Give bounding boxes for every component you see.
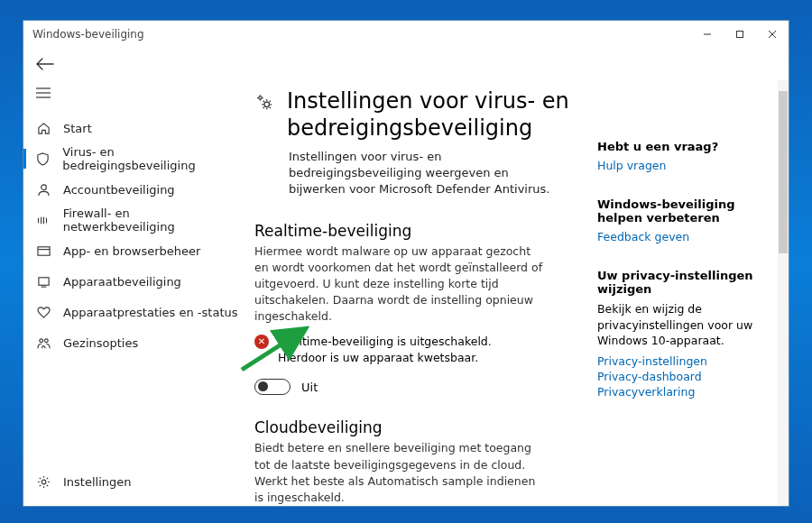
maximize-button[interactable]: [724, 21, 756, 48]
wifi-icon: [36, 214, 51, 227]
realtime-toggle-label: Uit: [301, 381, 318, 394]
heart-icon: [36, 306, 51, 319]
back-button[interactable]: [36, 58, 54, 70]
page-title: Instellingen voor virus- en bedreigingsb…: [287, 87, 581, 142]
sidebar-item-virus[interactable]: Virus- en bedreigingsbeveiliging: [23, 143, 254, 174]
window-title: Windows-beveiliging: [32, 28, 144, 41]
back-row: [23, 48, 789, 80]
sidebar-item-account[interactable]: Accountbeveiliging: [23, 174, 254, 205]
sidebar-item-label: Apparaatbeveiliging: [63, 275, 181, 289]
sidebar-item-firewall[interactable]: Firewall- en netwerkbeveiliging: [23, 205, 254, 235]
svg-point-15: [264, 102, 270, 107]
sidebar-item-family[interactable]: Gezinsopties: [23, 327, 254, 358]
page-title-icon: [254, 93, 274, 113]
sidebar-item-label: Instellingen: [63, 475, 132, 489]
page-description: Instellingen voor virus- en bedreigingsb…: [289, 149, 559, 198]
sidebar-item-label: Firewall- en netwerkbeveiliging: [63, 206, 242, 234]
sidebar-item-performance[interactable]: Apparaatprestaties en -status: [23, 297, 254, 327]
sidebar: Start Virus- en bedreigingsbeveiliging A…: [23, 80, 254, 506]
feedback-link[interactable]: Feedback geven: [597, 230, 767, 243]
sidebar-item-label: Accountbeveiliging: [63, 183, 175, 197]
aside-privacy-heading: Uw privacy-instellingen wijzigen: [597, 269, 767, 296]
sidebar-item-label: Gezinsopties: [63, 336, 138, 350]
sidebar-item-label: Virus- en bedreigingsbeveiliging: [62, 145, 242, 172]
svg-rect-10: [38, 277, 48, 284]
sidebar-item-app-browser[interactable]: App- en browserbeheer: [23, 235, 254, 266]
aside-question-heading: Hebt u een vraag?: [597, 140, 767, 153]
svg-point-14: [42, 480, 46, 484]
family-icon: [36, 336, 51, 350]
cloud-heading: Cloudbeveiliging: [254, 418, 543, 436]
gear-icon: [36, 475, 51, 489]
browser-icon: [36, 244, 51, 258]
svg-point-13: [44, 338, 48, 342]
title-bar: Windows-beveiliging: [23, 21, 789, 48]
scrollbar[interactable]: [778, 80, 789, 506]
close-button[interactable]: [756, 21, 789, 48]
realtime-toggle[interactable]: [254, 379, 291, 395]
help-link[interactable]: Hulp vragen: [597, 159, 767, 172]
device-icon: [36, 275, 51, 289]
privacy-statement-link[interactable]: Privacyverklaring: [597, 385, 767, 399]
aside-privacy-desc: Bekijk en wijzig de privacyinstellingen …: [597, 301, 767, 349]
sidebar-item-label: Start: [63, 122, 92, 135]
minimize-button[interactable]: [691, 21, 724, 48]
shield-icon: [36, 152, 50, 166]
aside-panel: Hebt u een vraag? Hulp vragen Windows-be…: [597, 80, 778, 506]
realtime-warning-text: Realtime-beveiliging is uitgeschakeld. H…: [278, 334, 543, 366]
cloud-section: Cloudbeveiliging Biedt betere en sneller…: [254, 418, 543, 506]
main-content: Instellingen voor virus- en bedreigingsb…: [254, 80, 597, 506]
person-icon: [36, 183, 51, 197]
realtime-warning: ✕ Realtime-beveiliging is uitgeschakeld.…: [254, 334, 543, 366]
sidebar-item-label: App- en browserbeheer: [63, 244, 200, 258]
cloud-description: Biedt betere en snellere beveiliging met…: [254, 440, 543, 506]
svg-point-12: [39, 338, 42, 342]
sidebar-item-settings[interactable]: Instellingen: [23, 466, 254, 497]
home-icon: [36, 122, 51, 135]
svg-point-7: [41, 184, 46, 189]
svg-point-16: [259, 96, 262, 99]
realtime-description: Hiermee wordt malware op uw apparaat gez…: [254, 243, 543, 326]
hamburger-button[interactable]: [23, 80, 254, 107]
svg-rect-8: [37, 246, 49, 254]
realtime-heading: Realtime-beveiliging: [254, 222, 543, 240]
error-icon: ✕: [254, 335, 269, 349]
sidebar-item-start[interactable]: Start: [23, 113, 254, 143]
scrollbar-thumb[interactable]: [779, 91, 788, 253]
privacy-dashboard-link[interactable]: Privacy-dashboard: [597, 370, 767, 383]
sidebar-item-label: Apparaatprestaties en -status: [63, 306, 238, 319]
aside-improve-heading: Windows-beveiliging helpen verbeteren: [597, 197, 767, 225]
realtime-section: Realtime-beveiliging Hiermee wordt malwa…: [254, 222, 543, 396]
app-window: Windows-beveiliging Start Virus-: [23, 20, 789, 507]
sidebar-item-device[interactable]: Apparaatbeveiliging: [23, 266, 254, 297]
privacy-settings-link[interactable]: Privacy-instellingen: [597, 354, 767, 368]
svg-rect-1: [737, 32, 743, 38]
